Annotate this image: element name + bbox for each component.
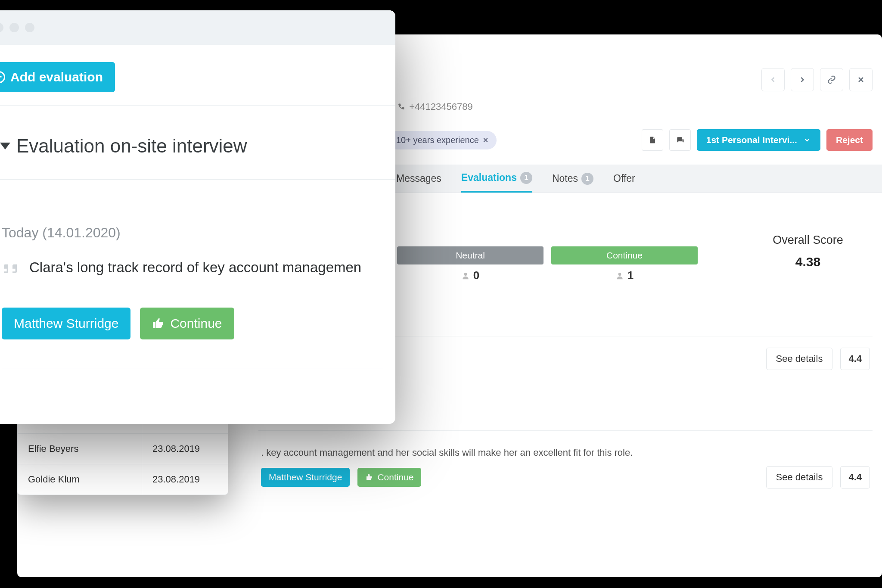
chevron-down-icon [803,136,811,144]
evaluation-quote: . key account management and her social … [261,447,870,458]
divider [2,368,383,368]
person-icon [615,271,624,280]
window-controls [761,68,873,91]
bar-continue-count: 1 [551,269,698,282]
evaluation-score: 4.4 [840,466,870,488]
traffic-light-icon [0,23,3,32]
plus-circle-icon: + [0,71,5,83]
candidate-date: 23.08.2019 [142,434,228,464]
next-button[interactable] [791,68,814,91]
experience-tag[interactable]: 10+ years experience × [388,131,497,149]
verdict-chip: Continue [140,308,234,339]
evaluation-detail-window: + Add evaluation Evaluation on-site inte… [0,10,395,424]
overall-score-label: Overall Score [743,233,873,247]
see-details-button[interactable]: See details [766,466,833,488]
evaluation-item: . key account management and her social … [258,430,873,501]
overall-score: Overall Score 4.38 [743,233,873,269]
evaluation-quote-row: Clara's long track record of key account… [2,259,387,277]
candidate-meta-row: 10+ years experience × 1st Personal Inte… [388,129,873,151]
tag-remove-icon[interactable]: × [483,135,488,145]
evaluation-actions: Matthew Sturridge Continue [2,308,234,339]
add-evaluation-button[interactable]: + Add evaluation [0,62,115,92]
divider [0,105,395,106]
tab-notes[interactable]: Notes 1 [552,165,593,193]
evaluation-date: Today (14.01.2020) [2,225,121,241]
document-button[interactable] [642,129,663,151]
overall-score-value: 4.38 [743,255,873,269]
bar-continue: Continue [551,246,698,264]
evaluator-chip[interactable]: Matthew Sturridge [261,468,350,487]
table-row[interactable]: Goldie Klum 23.08.2019 [18,464,228,495]
table-row[interactable]: Elfie Beyers 23.08.2019 [18,434,228,464]
see-details-button[interactable]: See details [766,348,833,370]
evaluation-score: 4.4 [840,348,870,370]
traffic-light-icon [9,23,19,32]
link-button[interactable] [820,68,843,91]
evaluation-quote-text: Clara's long track record of key account… [29,259,361,276]
thumbs-up-icon [365,473,373,481]
quote-icon [2,259,19,277]
window-titlebar [0,10,395,45]
close-button[interactable] [849,68,873,91]
svg-point-3 [618,273,621,276]
tab-evaluations[interactable]: Evaluations 1 [461,165,532,193]
bar-neutral-count: 0 [397,269,543,282]
phone-number: +44123456789 [409,101,472,112]
bar-neutral: Neutral [397,246,543,264]
chat-button[interactable] [669,129,691,151]
thumbs-up-icon [152,317,164,330]
phone-icon [397,103,405,111]
svg-point-2 [464,273,467,276]
traffic-light-icon [25,23,34,32]
caret-down-icon [0,143,10,149]
evaluations-count-badge: 1 [520,172,532,184]
candidate-name: Goldie Klum [18,464,142,495]
verdict-chip: Continue [357,468,421,487]
evaluation-heading[interactable]: Evaluation on-site interview [0,135,247,157]
candidate-date: 23.08.2019 [142,464,228,495]
person-icon [461,271,470,280]
notes-count-badge: 1 [581,173,593,185]
divider [0,179,395,180]
tab-offer[interactable]: Offer [613,165,635,193]
prev-button[interactable] [761,68,785,91]
evaluator-chip[interactable]: Matthew Sturridge [2,308,130,339]
candidate-phone: n +44123456789 [388,101,473,112]
reject-button[interactable]: Reject [826,129,873,151]
candidate-name: Elfie Beyers [18,434,142,464]
tab-messages[interactable]: Messages [396,165,441,193]
stage-dropdown[interactable]: 1st Personal Intervi... [697,129,820,151]
